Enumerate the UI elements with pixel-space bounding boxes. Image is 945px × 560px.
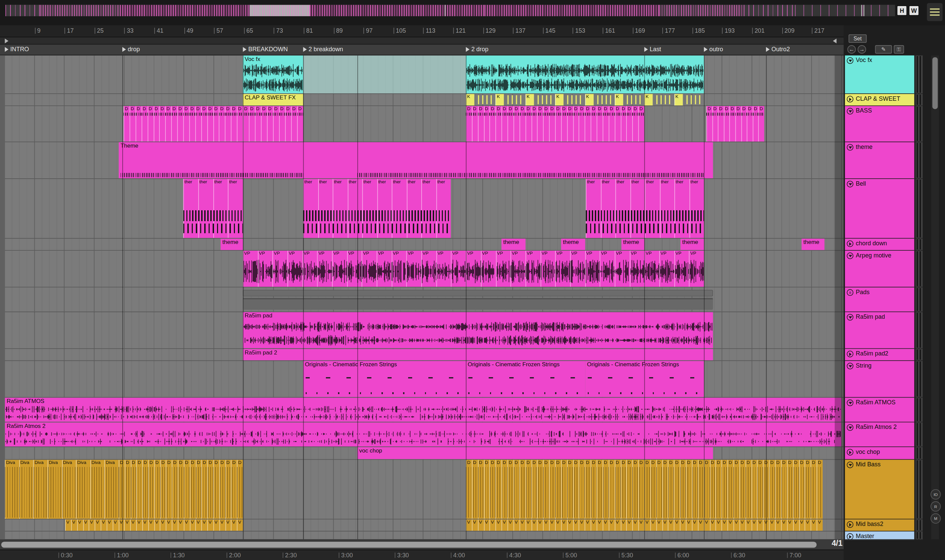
midi-clip[interactable]: D <box>472 106 478 142</box>
audio-clip[interactable] <box>466 55 704 94</box>
track-lane-arpeg-motive[interactable]: VPVPVPVPVPVPVPVPVPVPVPVPVPVPVPVPVPVPVPVP… <box>0 251 844 288</box>
track-lane-string[interactable]: Originals - Cinematic Frozen StringsOrig… <box>0 361 844 398</box>
audio-clip[interactable]: Ra5im Atmos 2 <box>5 423 841 447</box>
midi-clip[interactable]: V <box>231 519 237 531</box>
midi-clip[interactable]: V <box>751 519 757 531</box>
midi-clip[interactable]: D <box>483 106 490 142</box>
midi-clip[interactable]: D <box>519 106 525 142</box>
clip[interactable]: voc chop <box>357 447 713 459</box>
midi-clip[interactable]: VP <box>347 251 362 287</box>
midi-clip[interactable]: V <box>207 519 213 531</box>
clip-group[interactable]: DDDDDDDDDD <box>706 106 764 142</box>
midi-clip[interactable]: V <box>775 519 781 531</box>
midi-clip[interactable]: D <box>567 106 573 142</box>
midi-clip[interactable]: V <box>195 519 202 531</box>
midi-clip[interactable]: VP <box>659 251 674 287</box>
clip-group[interactable]: VVVVVVVVVVVVVVVVVVVVVVVVVVVVVV <box>65 519 243 531</box>
midi-clip[interactable]: VP <box>689 251 704 287</box>
midi-clip[interactable]: V <box>502 519 508 531</box>
clip[interactable]: Originals - Cinematic Frozen Strings <box>303 361 466 397</box>
midi-clip[interactable]: V <box>89 519 95 531</box>
fold-icon[interactable] <box>847 449 854 455</box>
midi-clip[interactable]: D <box>171 106 177 142</box>
midi-clip[interactable]: V <box>638 519 644 531</box>
midi-clip[interactable]: V <box>71 519 77 531</box>
midi-clip[interactable]: V <box>83 519 89 531</box>
fold-icon[interactable] <box>847 400 854 406</box>
midi-clip[interactable]: V <box>118 519 125 531</box>
mixer-toggle-button[interactable]: M <box>931 514 940 524</box>
midi-clip[interactable]: V <box>650 519 656 531</box>
audio-clip[interactable]: Ra5im ATMOS <box>5 398 841 422</box>
midi-clip[interactable]: V <box>781 519 787 531</box>
midi-clip[interactable]: K <box>496 94 504 105</box>
midi-clip[interactable]: D <box>626 106 633 142</box>
midi-clip[interactable]: K <box>555 94 563 105</box>
midi-clip[interactable]: D <box>723 106 729 142</box>
fold-icon[interactable] <box>847 241 854 247</box>
clip-group[interactable]: therthertherther <box>183 179 243 238</box>
midi-clip[interactable]: V <box>101 519 107 531</box>
midi-clip[interactable]: V <box>597 519 603 531</box>
midi-clip[interactable]: D <box>142 106 148 142</box>
midi-clip[interactable]: V <box>237 519 243 531</box>
midi-clip[interactable]: V <box>620 519 626 531</box>
midi-clip[interactable]: V <box>728 519 734 531</box>
track-header-voc-fx[interactable]: Voc fx <box>845 55 914 94</box>
track-header-ra5im-pad2[interactable]: Ra5im pad2 <box>845 349 914 361</box>
midi-clip[interactable]: D <box>712 106 718 142</box>
midi-clip[interactable]: V <box>537 519 543 531</box>
track-lane-pads[interactable] <box>0 288 844 312</box>
time-ruler[interactable]: 0:301:001:302:002:303:003:304:004:305:00… <box>0 549 844 560</box>
midi-clip[interactable]: D <box>490 106 496 142</box>
midi-clip[interactable]: V <box>674 519 680 531</box>
midi-clip[interactable]: D <box>243 106 249 142</box>
midi-clip[interactable]: D <box>177 106 183 142</box>
midi-clip[interactable]: K <box>525 94 534 105</box>
midi-clip[interactable]: V <box>644 519 651 531</box>
midi-clip[interactable]: D <box>620 106 626 142</box>
midi-clip[interactable]: D <box>758 106 764 142</box>
midi-clip[interactable]: V <box>585 519 591 531</box>
midi-clip[interactable]: D <box>153 106 159 142</box>
clip-group[interactable]: DDDDDDDDDD <box>243 106 303 142</box>
clip[interactable]: theme <box>622 238 644 250</box>
track-lane-clap-sweet[interactable]: CLAP & SWEET FXKKKKKKKK <box>0 94 844 106</box>
midi-clip[interactable]: D <box>159 106 165 142</box>
midi-clip[interactable]: D <box>147 106 153 142</box>
track-lane-mid-bass[interactable]: DivaDivaDivaDivaDivaDivaDivaDivaDDDDDDDD… <box>0 460 844 519</box>
midi-clip[interactable]: V <box>136 519 142 531</box>
midi-clip[interactable]: VP <box>481 251 496 287</box>
midi-clip[interactable]: D <box>718 106 723 142</box>
midi-clip[interactable]: D <box>135 106 142 142</box>
set-button[interactable]: Set <box>849 34 867 43</box>
midi-clip[interactable]: D <box>531 106 537 142</box>
midi-clip[interactable]: V <box>112 519 119 531</box>
midi-clip[interactable]: D <box>255 106 261 142</box>
midi-clip[interactable]: V <box>466 519 472 531</box>
track-header-clap-sweet[interactable]: CLAP & SWEET <box>845 94 914 106</box>
midi-clip[interactable]: D <box>297 106 303 142</box>
track-header-string[interactable]: String <box>845 361 914 398</box>
clip[interactable]: Ra5im pad 2 <box>243 349 713 360</box>
midi-clip[interactable]: V <box>549 519 555 531</box>
midi-clip[interactable]: VP <box>600 251 615 287</box>
fold-icon[interactable] <box>847 144 854 151</box>
midi-clip[interactable]: V <box>513 519 519 531</box>
track-header-ra5im-atmos[interactable]: Ra5im ATMOS <box>845 398 914 422</box>
fold-icon[interactable] <box>847 314 854 321</box>
track-lane-mid-bass2[interactable]: VVVVVVVVVVVVVVVVVVVVVVVVVVVVVVVVVVVVVVVV… <box>0 519 844 531</box>
midi-clip[interactable]: D <box>478 106 484 142</box>
midi-clip[interactable]: D <box>261 106 267 142</box>
midi-clip[interactable]: V <box>614 519 620 531</box>
midi-clip[interactable]: V <box>178 519 184 531</box>
midi-clip[interactable]: V <box>603 519 609 531</box>
midi-clip[interactable]: V <box>626 519 633 531</box>
midi-clip[interactable]: VP <box>317 251 332 287</box>
midi-clip[interactable]: VP <box>585 251 600 287</box>
midi-clip[interactable]: VP <box>466 251 481 287</box>
track-header-theme[interactable]: theme <box>845 142 914 179</box>
midi-clip[interactable]: V <box>591 519 597 531</box>
track-lane-theme[interactable]: Theme <box>0 142 844 179</box>
midi-clip[interactable]: V <box>609 519 615 531</box>
